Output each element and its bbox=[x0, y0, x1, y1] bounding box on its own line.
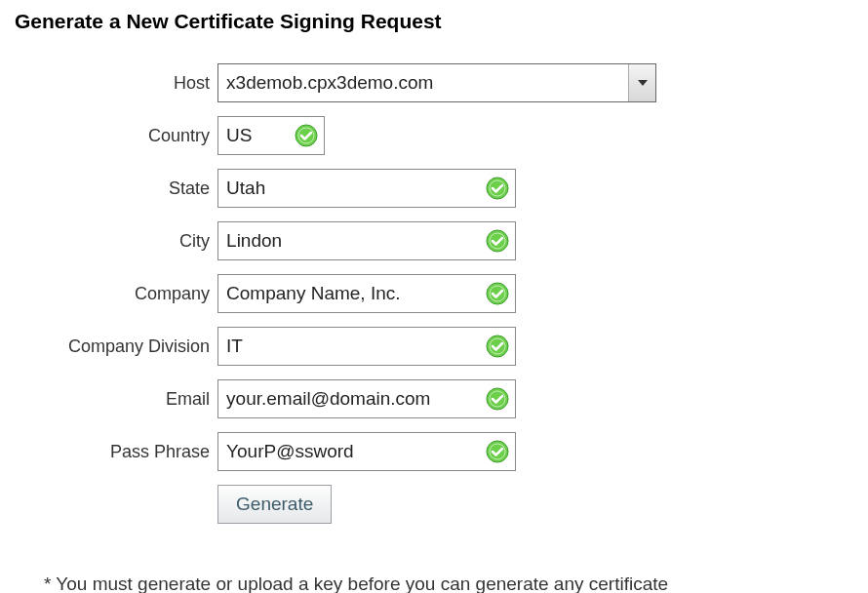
state-label: State bbox=[68, 166, 217, 211]
company-input[interactable]: Company Name, Inc. bbox=[217, 274, 516, 313]
country-label: Country bbox=[68, 113, 217, 158]
email-value: your.email@domain.com bbox=[226, 388, 480, 410]
check-icon bbox=[486, 335, 509, 358]
company-division-value: IT bbox=[226, 336, 480, 357]
generate-button[interactable]: Generate bbox=[217, 485, 332, 524]
city-label: City bbox=[68, 218, 217, 263]
check-icon bbox=[486, 387, 509, 411]
check-icon bbox=[486, 177, 509, 200]
company-value: Company Name, Inc. bbox=[226, 283, 480, 304]
check-icon bbox=[486, 229, 509, 253]
page-title: Generate a New Certificate Signing Reque… bbox=[10, 10, 858, 33]
footnote: * You must generate or upload a key befo… bbox=[10, 573, 858, 593]
country-input[interactable]: US bbox=[217, 116, 325, 155]
company-label: Company bbox=[68, 271, 217, 316]
country-value: US bbox=[226, 125, 289, 146]
company-division-label: Company Division bbox=[68, 324, 217, 369]
host-select[interactable]: x3demob.cpx3demo.com bbox=[217, 63, 656, 102]
host-value: x3demob.cpx3demo.com bbox=[226, 72, 628, 94]
city-value: Lindon bbox=[226, 230, 480, 252]
state-input[interactable]: Utah bbox=[217, 169, 516, 208]
city-input[interactable]: Lindon bbox=[217, 221, 516, 260]
check-icon bbox=[295, 124, 318, 147]
chevron-down-icon bbox=[628, 64, 655, 101]
email-label: Email bbox=[68, 376, 217, 421]
state-value: Utah bbox=[226, 178, 480, 199]
host-label: Host bbox=[68, 60, 217, 105]
passphrase-label: Pass Phrase bbox=[68, 429, 217, 474]
csr-form: Host x3demob.cpx3demo.com Country US Sta… bbox=[68, 53, 656, 534]
email-input[interactable]: your.email@domain.com bbox=[217, 379, 516, 418]
passphrase-value: YourP@ssword bbox=[226, 441, 480, 462]
company-division-input[interactable]: IT bbox=[217, 327, 516, 366]
passphrase-input[interactable]: YourP@ssword bbox=[217, 432, 516, 471]
check-icon bbox=[486, 440, 509, 463]
check-icon bbox=[486, 282, 509, 305]
